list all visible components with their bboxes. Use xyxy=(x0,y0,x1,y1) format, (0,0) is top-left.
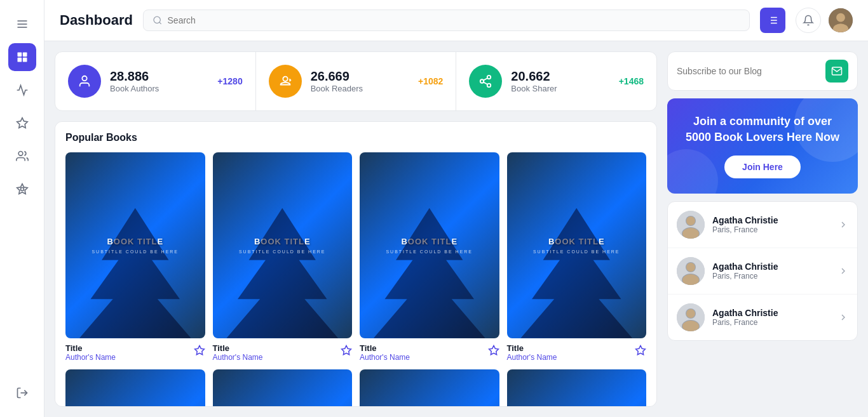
list-item[interactable]: Book Title SUBTITLE COULD BE HERE Title … xyxy=(65,369,205,407)
search-input[interactable] xyxy=(168,15,740,25)
svg-rect-4 xyxy=(22,53,27,57)
book-cover-title: Book Title xyxy=(239,237,326,247)
sharers-change: +1468 xyxy=(619,76,644,86)
list-item[interactable]: Agatha Christie Paris, France xyxy=(668,248,857,295)
svg-line-29 xyxy=(484,78,487,81)
list-item[interactable]: Agatha Christie Paris, France xyxy=(668,295,857,340)
person-icon xyxy=(78,74,92,88)
header-right xyxy=(796,8,853,33)
list-item[interactable]: Book Title SUBTITLE COULD BE HERE Title … xyxy=(507,369,647,407)
authors-list: Agatha Christie Paris, France Agatha Chr… xyxy=(667,201,858,341)
svg-marker-32 xyxy=(489,345,498,354)
readers-change: +1082 xyxy=(418,76,443,86)
svg-point-41 xyxy=(686,216,695,225)
filter-button[interactable] xyxy=(760,8,785,33)
svg-line-13 xyxy=(159,22,161,24)
sidebar-item-analytics[interactable] xyxy=(8,76,36,104)
svg-marker-7 xyxy=(17,118,27,128)
bookmark-icon[interactable] xyxy=(194,345,205,356)
list-item[interactable]: Book Title SUBTITLE COULD BE HERE Title … xyxy=(360,369,499,407)
svg-point-46 xyxy=(686,263,695,272)
community-title: Join a community of over 5000 Book Lover… xyxy=(682,114,843,145)
list-item[interactable]: Book Title SUBTITLE COULD BE HERE Title … xyxy=(360,152,499,362)
left-panel: 28.886 Book Authors +1280 26.669 Boo xyxy=(55,51,657,407)
book-author: Author's Name xyxy=(360,353,410,362)
book-cover-subtitle: SUBTITLE COULD BE HERE xyxy=(386,249,473,254)
avatar[interactable] xyxy=(829,8,853,32)
bookmark-icon[interactable] xyxy=(341,345,352,356)
book-cover-text: Book Title SUBTITLE COULD BE HERE xyxy=(86,232,184,259)
author-location: Paris, France xyxy=(712,272,831,281)
authors-stat-info: 28.886 Book Authors xyxy=(110,69,208,93)
authors-icon-bg xyxy=(68,65,101,98)
readers-icon-bg xyxy=(269,65,302,98)
book-title: Title xyxy=(507,343,557,353)
sidebar-item-logout[interactable] xyxy=(8,379,36,407)
bookmark-icon[interactable] xyxy=(488,345,499,356)
list-item[interactable]: Book Title SUBTITLE COULD BE HERE Title … xyxy=(65,152,205,362)
sharers-number: 20.662 xyxy=(511,69,609,84)
sidebar-item-dashboard[interactable] xyxy=(8,43,36,71)
book-cover-text: Book Title SUBTITLE COULD BE HERE xyxy=(381,232,478,259)
author-name: Agatha Christie xyxy=(712,215,831,225)
list-item[interactable]: Agatha Christie Paris, France xyxy=(668,202,857,248)
sidebar-item-users[interactable] xyxy=(8,142,36,170)
subscribe-input[interactable] xyxy=(677,66,820,76)
author-info: Agatha Christie Paris, France xyxy=(712,261,831,281)
sidebar-item-favorites[interactable] xyxy=(8,109,36,137)
book-cover: Book Title SUBTITLE COULD BE HERE xyxy=(213,369,353,407)
right-panel: Join a community of over 5000 Book Lover… xyxy=(667,51,858,407)
book-title: Title xyxy=(213,343,263,353)
notification-button[interactable] xyxy=(796,8,821,33)
chevron-right-icon xyxy=(838,266,848,276)
author-info: Agatha Christie Paris, France xyxy=(712,308,831,327)
svg-marker-30 xyxy=(194,345,204,354)
stat-card-sharers: 20.662 Book Sharer +1468 xyxy=(456,52,656,110)
list-item[interactable]: Book Title SUBTITLE COULD BE HERE Title … xyxy=(507,152,647,362)
list-item[interactable]: Book Title SUBTITLE COULD BE HERE Title … xyxy=(213,369,353,407)
author-info: Agatha Christie Paris, France xyxy=(712,215,831,234)
book-cover: Book Title SUBTITLE COULD BE HERE xyxy=(507,369,647,407)
content-area: 28.886 Book Authors +1280 26.669 Boo xyxy=(44,41,868,417)
author-avatar xyxy=(677,257,705,285)
stats-row: 28.886 Book Authors +1280 26.669 Boo xyxy=(55,51,657,111)
stat-card-readers: 26.669 Book Readers +1082 xyxy=(256,52,457,110)
subscribe-button[interactable] xyxy=(825,60,848,83)
svg-point-51 xyxy=(686,309,695,318)
svg-point-10 xyxy=(20,188,24,191)
bookmark-icon[interactable] xyxy=(635,345,646,356)
authors-label: Book Authors xyxy=(110,84,208,93)
svg-point-25 xyxy=(487,76,491,79)
book-title: Title xyxy=(65,343,116,353)
authors-change: +1280 xyxy=(217,76,242,86)
book-cover-title: Book Title xyxy=(92,237,179,247)
main-content: Dashboard xyxy=(44,0,868,417)
svg-point-27 xyxy=(487,84,491,88)
sidebar-item-settings[interactable] xyxy=(8,175,36,203)
search-bar[interactable] xyxy=(143,10,750,31)
svg-point-21 xyxy=(836,13,845,22)
author-location: Paris, France xyxy=(712,225,831,234)
book-cover-title: Book Title xyxy=(533,237,620,247)
svg-point-8 xyxy=(18,152,23,156)
book-meta: Title Author's Name xyxy=(213,343,353,362)
readers-stat-info: 26.669 Book Readers xyxy=(311,69,409,93)
list-item[interactable]: Book Title SUBTITLE COULD BE HERE Title … xyxy=(213,152,353,362)
author-avatar xyxy=(677,211,705,239)
book-info: Title Author's Name xyxy=(360,343,410,362)
book-title: Title xyxy=(360,343,410,353)
book-cover: Book Title SUBTITLE COULD BE HERE xyxy=(65,369,205,407)
sidebar-menu-toggle[interactable] xyxy=(8,10,36,38)
author-name: Agatha Christie xyxy=(712,261,831,272)
svg-rect-3 xyxy=(17,53,22,57)
author-avatar xyxy=(677,303,705,331)
svg-point-23 xyxy=(82,76,86,81)
join-button[interactable]: Join Here xyxy=(724,156,801,178)
book-cover: Book Title SUBTITLE COULD BE HERE xyxy=(360,369,499,407)
authors-number: 28.886 xyxy=(110,69,208,84)
books-grid: Book Title SUBTITLE COULD BE HERE Title … xyxy=(65,152,646,407)
book-cover-text: Book Title SUBTITLE COULD BE HERE xyxy=(234,232,331,259)
sharers-icon-bg xyxy=(469,65,502,98)
book-info: Title Author's Name xyxy=(65,343,116,362)
chevron-right-icon xyxy=(838,220,848,230)
